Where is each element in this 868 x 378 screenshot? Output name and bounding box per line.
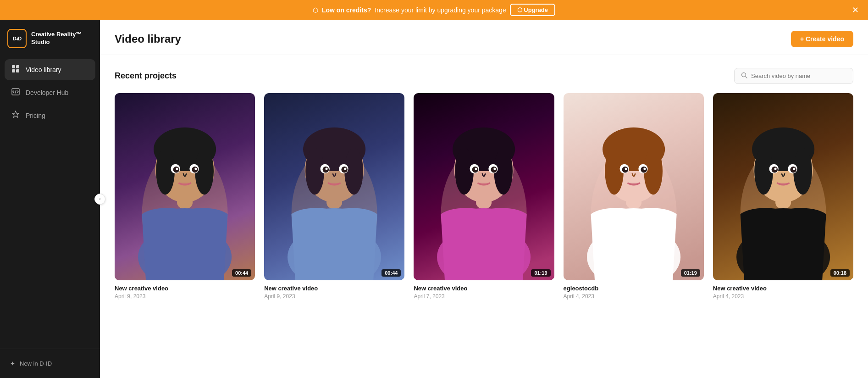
developer-hub-label: Developer Hub xyxy=(26,89,68,96)
svg-point-32 xyxy=(344,167,347,170)
developer-hub-icon xyxy=(11,88,20,98)
svg-rect-3 xyxy=(16,69,19,72)
content-header: Video library + Create video xyxy=(100,20,868,55)
banner-bold-text: Low on credits? xyxy=(322,6,371,14)
video-date: April 9, 2023 xyxy=(115,293,255,300)
video-duration: 01:19 xyxy=(531,269,550,277)
svg-rect-2 xyxy=(12,69,15,72)
svg-point-46 xyxy=(494,167,496,170)
video-library-icon xyxy=(11,65,20,75)
svg-point-74 xyxy=(793,167,795,170)
recent-section: Recent projects xyxy=(100,55,868,378)
video-date: April 4, 2023 xyxy=(564,293,704,300)
sidebar-bottom: ✦ New in D-ID xyxy=(0,349,100,378)
svg-rect-0 xyxy=(12,65,15,68)
video-date: April 9, 2023 xyxy=(264,293,404,300)
video-date: April 7, 2023 xyxy=(414,293,554,300)
svg-point-73 xyxy=(774,167,776,170)
video-card[interactable]: 01:19 egleostocdb April 4, 2023 xyxy=(564,93,704,300)
svg-point-45 xyxy=(475,167,477,170)
video-library-label: Video library xyxy=(26,66,61,73)
video-name: egleostocdb xyxy=(564,285,704,292)
sidebar-item-pricing[interactable]: Pricing xyxy=(5,105,95,126)
new-in-did-label: New in D-ID xyxy=(20,360,52,367)
logo-icon: D-iD xyxy=(7,29,27,48)
svg-point-31 xyxy=(326,167,328,170)
video-thumbnail: 00:44 xyxy=(264,93,404,280)
video-card[interactable]: 00:18 New creative video April 4, 2023 xyxy=(713,93,853,300)
sidebar-collapse-button[interactable]: ‹ xyxy=(94,194,105,205)
sidebar-nav: Video library Developer Hub xyxy=(0,59,100,349)
video-thumbnail: 00:18 xyxy=(713,93,853,280)
banner-text: ⬡ Low on credits? Increase your limit by… xyxy=(313,4,555,16)
recent-projects-title: Recent projects xyxy=(115,71,177,81)
video-card[interactable]: 01:19 New creative video April 7, 2023 xyxy=(414,93,554,300)
video-grid: 00:44 New creative video April 9, 2023 xyxy=(115,93,853,300)
video-duration: 00:18 xyxy=(830,269,850,277)
video-card[interactable]: 00:44 New creative video April 9, 2023 xyxy=(115,93,255,300)
new-in-did-icon: ✦ xyxy=(10,360,15,367)
sidebar-item-developer-hub[interactable]: Developer Hub xyxy=(5,82,95,103)
svg-point-18 xyxy=(194,167,197,170)
svg-rect-1 xyxy=(16,65,19,68)
video-date: April 4, 2023 xyxy=(713,293,853,300)
pricing-icon xyxy=(11,111,20,121)
video-duration: 00:44 xyxy=(232,269,251,277)
new-in-did-item[interactable]: ✦ New in D-ID xyxy=(7,356,93,371)
search-box[interactable] xyxy=(734,68,853,84)
svg-point-17 xyxy=(176,167,178,170)
banner-message: Increase your limit by upgrading your pa… xyxy=(375,6,506,14)
video-card[interactable]: 00:44 New creative video April 9, 2023 xyxy=(264,93,404,300)
search-input[interactable] xyxy=(751,72,846,79)
svg-point-59 xyxy=(625,167,627,170)
video-thumbnail: 01:19 xyxy=(414,93,554,280)
upgrade-button[interactable]: ⬡ Upgrade xyxy=(510,4,555,16)
content-area: Video library + Create video Recent proj… xyxy=(100,20,868,378)
create-video-button[interactable]: + Create video xyxy=(791,31,853,47)
sidebar-logo: D-iD Creative Reality™ Studio xyxy=(0,20,100,59)
logo-text: Creative Reality™ Studio xyxy=(31,31,82,46)
search-icon xyxy=(741,72,747,80)
page-title: Video library xyxy=(115,33,181,45)
video-name: New creative video xyxy=(713,285,853,292)
banner-icon: ⬡ xyxy=(313,6,318,14)
sidebar: D-iD Creative Reality™ Studio Video libr… xyxy=(0,20,100,378)
top-banner: ⬡ Low on credits? Increase your limit by… xyxy=(0,0,868,20)
pricing-label: Pricing xyxy=(26,112,45,119)
sidebar-item-video-library[interactable]: Video library xyxy=(5,59,95,80)
recent-header: Recent projects xyxy=(115,68,853,84)
video-name: New creative video xyxy=(264,285,404,292)
video-duration: 00:44 xyxy=(381,269,401,277)
video-name: New creative video xyxy=(414,285,554,292)
video-thumbnail: 01:19 xyxy=(564,93,704,280)
main-layout: D-iD Creative Reality™ Studio Video libr… xyxy=(0,20,868,378)
video-thumbnail: 00:44 xyxy=(115,93,255,280)
svg-point-60 xyxy=(643,167,646,170)
video-duration: 01:19 xyxy=(681,269,700,277)
video-name: New creative video xyxy=(115,285,255,292)
banner-close-button[interactable]: ✕ xyxy=(852,6,859,14)
